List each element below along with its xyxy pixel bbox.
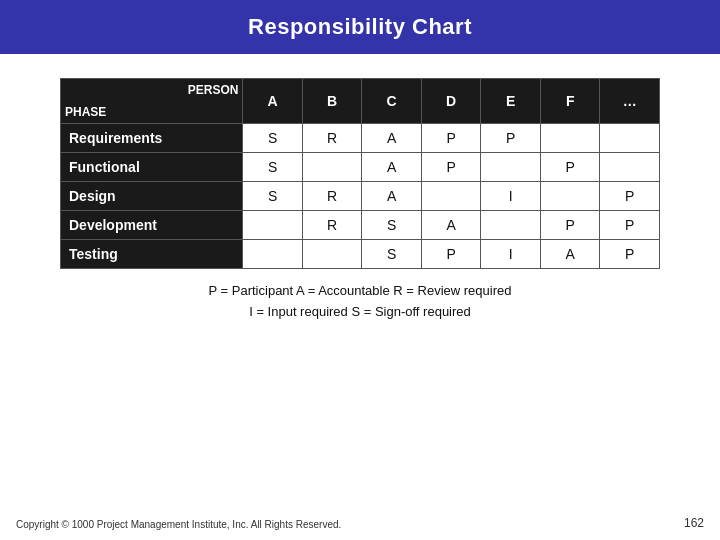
col-header-ellipsis: …	[600, 79, 660, 124]
data-cell-r1-c2: A	[362, 153, 422, 182]
data-cell-r1-c3: P	[421, 153, 481, 182]
data-cell-r3-c2: S	[362, 211, 422, 240]
data-cell-r3-c1: R	[302, 211, 362, 240]
phase-label: PHASE	[65, 105, 238, 119]
corner-cell: PERSON PHASE	[61, 79, 243, 124]
data-cell-r2-c2: A	[362, 182, 422, 211]
data-cell-r4-c4: I	[481, 240, 541, 269]
data-cell-r0-c6	[600, 124, 660, 153]
col-header-a: A	[243, 79, 303, 124]
data-cell-r0-c5	[540, 124, 600, 153]
phase-cell-2: Design	[61, 182, 243, 211]
col-header-b: B	[302, 79, 362, 124]
footer-copyright: Copyright © 1000 Project Management Inst…	[16, 519, 341, 530]
data-cell-r4-c3: P	[421, 240, 481, 269]
data-cell-r3-c5: P	[540, 211, 600, 240]
data-cell-r0-c0: S	[243, 124, 303, 153]
phase-cell-3: Development	[61, 211, 243, 240]
data-cell-r4-c1	[302, 240, 362, 269]
page-title: Responsibility Chart	[248, 14, 472, 39]
data-cell-r0-c3: P	[421, 124, 481, 153]
phase-cell-1: Functional	[61, 153, 243, 182]
data-cell-r4-c2: S	[362, 240, 422, 269]
data-cell-r1-c4	[481, 153, 541, 182]
data-cell-r1-c1	[302, 153, 362, 182]
data-cell-r0-c2: A	[362, 124, 422, 153]
data-cell-r3-c6: P	[600, 211, 660, 240]
responsibility-chart-table: PERSON PHASE A B C D E F … RequirementsS…	[60, 78, 660, 269]
data-cell-r3-c3: A	[421, 211, 481, 240]
data-cell-r2-c3	[421, 182, 481, 211]
data-cell-r1-c0: S	[243, 153, 303, 182]
legend-line1: P = Participant A = Accountable R = Revi…	[209, 281, 512, 302]
col-header-f: F	[540, 79, 600, 124]
data-cell-r2-c0: S	[243, 182, 303, 211]
data-cell-r2-c6: P	[600, 182, 660, 211]
data-cell-r4-c5: A	[540, 240, 600, 269]
person-label: PERSON	[65, 83, 238, 97]
data-cell-r2-c4: I	[481, 182, 541, 211]
main-content: PERSON PHASE A B C D E F … RequirementsS…	[0, 54, 720, 333]
legend-line2: I = Input required S = Sign-off required	[209, 302, 512, 323]
data-cell-r4-c0	[243, 240, 303, 269]
page-number: 162	[684, 516, 704, 530]
data-cell-r0-c4: P	[481, 124, 541, 153]
data-cell-r1-c5: P	[540, 153, 600, 182]
data-cell-r2-c5	[540, 182, 600, 211]
phase-cell-4: Testing	[61, 240, 243, 269]
page-header: Responsibility Chart	[0, 0, 720, 54]
data-cell-r1-c6	[600, 153, 660, 182]
legend: P = Participant A = Accountable R = Revi…	[209, 281, 512, 323]
col-header-c: C	[362, 79, 422, 124]
col-header-d: D	[421, 79, 481, 124]
phase-cell-0: Requirements	[61, 124, 243, 153]
data-cell-r3-c0	[243, 211, 303, 240]
col-header-e: E	[481, 79, 541, 124]
data-cell-r4-c6: P	[600, 240, 660, 269]
data-cell-r3-c4	[481, 211, 541, 240]
data-cell-r0-c1: R	[302, 124, 362, 153]
data-cell-r2-c1: R	[302, 182, 362, 211]
